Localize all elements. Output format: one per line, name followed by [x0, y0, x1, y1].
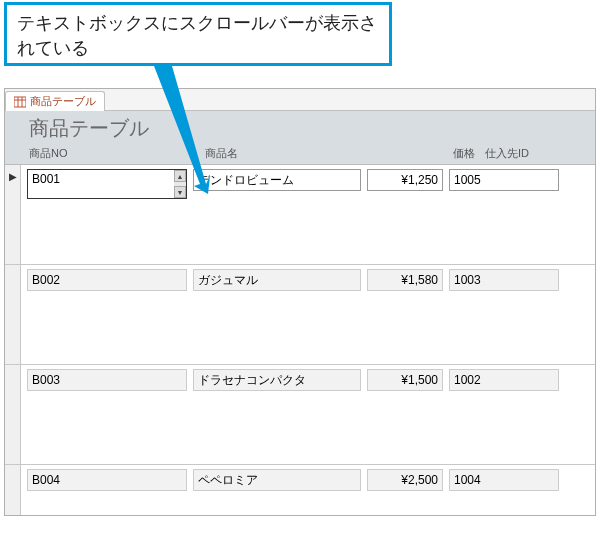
price-value: ¥1,250 — [401, 173, 438, 187]
row-selector[interactable] — [5, 465, 21, 515]
form-header: 商品テーブル 商品NO 商品名 価格 仕入先ID — [5, 111, 595, 165]
supplier-value: 1005 — [454, 173, 481, 187]
table-row: B002 ガジュマル ¥1,580 1003 — [5, 265, 595, 365]
product-name-field[interactable]: ドラセナコンパクタ — [193, 369, 361, 391]
supplier-value: 1003 — [454, 273, 481, 287]
product-name-value: デンドロビューム — [198, 172, 294, 189]
price-field[interactable]: ¥1,250 — [367, 169, 443, 191]
scroll-up-icon[interactable]: ▲ — [174, 170, 186, 182]
current-marker-icon: ▶ — [9, 171, 17, 182]
supplier-field[interactable]: 1005 — [449, 169, 559, 191]
product-no-value: B004 — [32, 473, 60, 487]
product-no-field[interactable]: B004 — [27, 469, 187, 491]
price-value: ¥1,580 — [401, 273, 438, 287]
form-title: 商品テーブル — [29, 115, 585, 142]
supplier-value: 1002 — [454, 373, 481, 387]
product-name-value: ペペロミア — [198, 472, 258, 489]
product-no-field[interactable]: B001 — [27, 169, 187, 199]
price-value: ¥2,500 — [401, 473, 438, 487]
tab-product-table[interactable]: 商品テーブル — [5, 91, 105, 111]
col-header-supplier: 仕入先ID — [485, 146, 575, 161]
callout-annotation: テキストボックスにスクロールバーが表示されている — [4, 2, 392, 66]
price-field[interactable]: ¥1,580 — [367, 269, 443, 291]
supplier-field[interactable]: 1002 — [449, 369, 559, 391]
supplier-field[interactable]: 1003 — [449, 269, 559, 291]
supplier-value: 1004 — [454, 473, 481, 487]
form-window: 商品テーブル 商品テーブル 商品NO 商品名 価格 仕入先ID ▶ B001 — [4, 88, 596, 516]
product-name-field[interactable]: ペペロミア — [193, 469, 361, 491]
table-row: B003 ドラセナコンパクタ ¥1,500 1002 — [5, 365, 595, 465]
price-value: ¥1,500 — [401, 373, 438, 387]
product-name-field[interactable]: ガジュマル — [193, 269, 361, 291]
textbox-scrollbar[interactable]: ▲ ▼ — [174, 170, 186, 198]
row-selector[interactable]: ▶ — [5, 165, 21, 264]
price-field[interactable]: ¥1,500 — [367, 369, 443, 391]
product-no-value: B001 — [32, 172, 60, 186]
product-no-value: B002 — [32, 273, 60, 287]
product-name-value: ガジュマル — [198, 272, 258, 289]
supplier-field[interactable]: 1004 — [449, 469, 559, 491]
col-header-name: 商品名 — [205, 146, 415, 161]
product-no-field[interactable]: B003 — [27, 369, 187, 391]
col-header-price: 価格 — [415, 146, 485, 161]
table-row: ▶ B001 ▲ ▼ デンドロビューム ¥1,250 — [5, 165, 595, 265]
price-field[interactable]: ¥2,500 — [367, 469, 443, 491]
product-name-value: ドラセナコンパクタ — [198, 372, 306, 389]
product-no-value: B003 — [32, 373, 60, 387]
product-name-field[interactable]: デンドロビューム — [193, 169, 361, 191]
table-row: B004 ペペロミア ¥2,500 1004 — [5, 465, 595, 515]
callout-text: テキストボックスにスクロールバーが表示されている — [17, 13, 377, 58]
row-selector[interactable] — [5, 265, 21, 364]
col-header-no: 商品NO — [29, 146, 205, 161]
tab-bar: 商品テーブル — [5, 89, 595, 111]
row-selector[interactable] — [5, 365, 21, 464]
records-area: ▶ B001 ▲ ▼ デンドロビューム ¥1,250 — [5, 165, 595, 515]
scroll-down-icon[interactable]: ▼ — [174, 186, 186, 198]
table-icon — [14, 96, 26, 108]
svg-rect-1 — [14, 97, 26, 107]
product-no-field[interactable]: B002 — [27, 269, 187, 291]
tab-label: 商品テーブル — [30, 94, 96, 109]
column-headers: 商品NO 商品名 価格 仕入先ID — [29, 146, 585, 161]
